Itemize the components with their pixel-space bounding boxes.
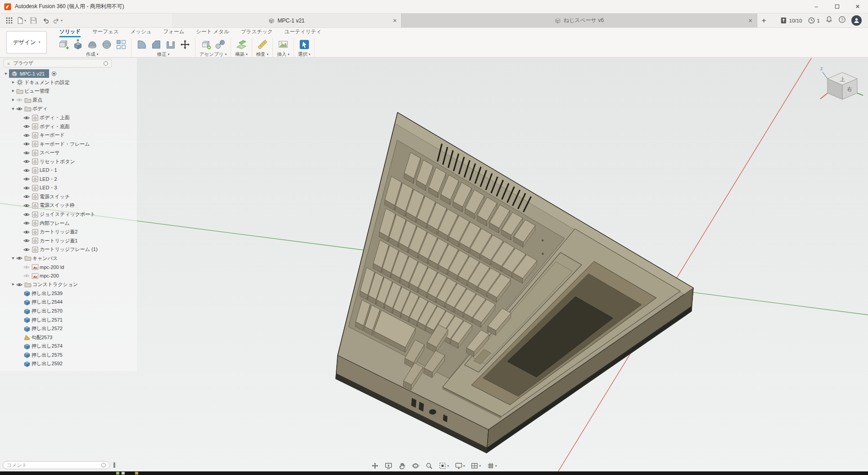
pan-hand-icon[interactable]: [398, 462, 406, 470]
browser-item-1[interactable]: ドキュメントの設定: [0, 78, 137, 87]
visibility-eye-icon[interactable]: [16, 107, 24, 111]
grid-settings-icon[interactable]: ▾: [487, 462, 497, 470]
browser-item-20[interactable]: カートリッジフレーム (1): [0, 245, 137, 254]
save-icon[interactable]: [28, 15, 39, 27]
new-document-tab-button[interactable]: +: [757, 13, 771, 27]
view-cube[interactable]: Z 上 右: [817, 63, 863, 108]
browser-item-30[interactable]: 勾配2573: [0, 333, 137, 342]
ribbon-group-label[interactable]: 構築▾: [235, 51, 248, 58]
visibility-eye-icon[interactable]: [23, 230, 32, 234]
ribbon-tab-4[interactable]: シート メタル: [196, 28, 230, 37]
browser-item-19[interactable]: カートリッジ蓋1: [0, 236, 137, 245]
help-icon[interactable]: ?: [838, 16, 846, 25]
expander-icon[interactable]: [11, 89, 16, 94]
browser-item-11[interactable]: LED・1: [0, 166, 137, 175]
browser-item-12[interactable]: LED・2: [0, 175, 137, 184]
visibility-eye-icon[interactable]: [23, 203, 32, 208]
visibility-eye-icon[interactable]: [23, 186, 32, 190]
ribbon-tab-3[interactable]: フォーム: [163, 28, 185, 37]
browser-item-18[interactable]: カートリッジ蓋2: [0, 228, 137, 237]
fillet-icon[interactable]: [136, 38, 148, 50]
visibility-eye-icon[interactable]: [23, 194, 32, 199]
visibility-eye-icon[interactable]: [23, 273, 32, 278]
browser-item-29[interactable]: 押し出し2572: [0, 324, 137, 333]
ribbon-group-label[interactable]: アセンブリ▾: [199, 51, 226, 58]
visibility-eye-icon[interactable]: [23, 247, 32, 252]
browser-panel-header[interactable]: « ブラウザ: [4, 59, 112, 67]
close-tab-icon[interactable]: ✕: [748, 18, 753, 24]
viewport[interactable]: « ブラウザ MPC-1 v21ドキュメントの設定ビュー管理原点ボディボディ・上…: [0, 58, 868, 471]
browser-item-13[interactable]: LED・3: [0, 184, 137, 193]
ribbon-tab-5[interactable]: プラスチック: [241, 28, 273, 37]
browser-item-15[interactable]: 電源スイッチ枠: [0, 201, 137, 210]
undo-icon[interactable]: [40, 15, 51, 27]
ribbon-group-label[interactable]: 作成▾: [86, 51, 99, 58]
visibility-eye-icon[interactable]: [16, 256, 24, 260]
mpc1-3d-model[interactable]: [336, 112, 693, 453]
browser-item-31[interactable]: 押し出し2574: [0, 342, 137, 351]
ribbon-tab-2[interactable]: メッシュ: [131, 28, 152, 37]
select-icon[interactable]: [298, 38, 310, 50]
ribbon-tab-6[interactable]: ユーティリティ: [285, 28, 321, 37]
notifications-bell-icon[interactable]: [825, 16, 833, 25]
comment-bar-grip[interactable]: [113, 462, 115, 468]
browser-item-9[interactable]: スペーサ: [0, 148, 137, 157]
browser-root-item[interactable]: MPC-1 v21: [0, 69, 137, 78]
ribbon-group-label[interactable]: 挿入▾: [277, 51, 289, 58]
browser-item-27[interactable]: 押し出し2570: [0, 307, 137, 316]
ribbon-tab-1[interactable]: サーフェス: [92, 28, 119, 37]
browser-item-8[interactable]: キーボード・フレーム: [0, 139, 137, 148]
fit-view-icon[interactable]: ▾: [439, 462, 449, 470]
ribbon-group-label[interactable]: 修正▾: [157, 51, 170, 58]
job-status-button[interactable]: 10/10: [780, 17, 802, 24]
redo-icon[interactable]: ▾: [52, 15, 63, 27]
visibility-eye-icon[interactable]: [23, 133, 32, 138]
close-button[interactable]: ✕: [847, 0, 868, 13]
measure-icon[interactable]: [256, 38, 268, 50]
chamfer-icon[interactable]: [150, 38, 162, 50]
expander-icon[interactable]: [11, 255, 16, 261]
maximize-button[interactable]: [827, 0, 847, 13]
viewports-icon[interactable]: ▾: [471, 462, 481, 470]
orbit-icon[interactable]: [411, 462, 419, 470]
visibility-eye-icon[interactable]: [23, 151, 32, 155]
document-tab-1[interactable]: ねじスペーサ v6✕: [402, 13, 757, 27]
browser-item-26[interactable]: 押し出し2544: [0, 298, 137, 307]
visibility-eye-icon[interactable]: [23, 177, 32, 181]
minimize-button[interactable]: –: [806, 0, 827, 13]
visibility-eye-icon[interactable]: [23, 159, 32, 164]
sphere-icon[interactable]: [100, 38, 113, 50]
display-settings-icon[interactable]: ▾: [455, 462, 465, 470]
browser-item-4[interactable]: ボディ: [0, 104, 137, 113]
version-status-button[interactable]: 1: [808, 17, 820, 24]
browser-item-28[interactable]: 押し出し2571: [0, 315, 137, 324]
visibility-eye-icon[interactable]: [23, 212, 32, 217]
browser-item-3[interactable]: 原点: [0, 96, 137, 105]
activate-component-radio[interactable]: [52, 72, 56, 76]
browser-item-33[interactable]: 押し出し2592: [0, 359, 137, 368]
browser-item-7[interactable]: キーボード: [0, 131, 137, 140]
visibility-eye-icon[interactable]: [16, 282, 24, 287]
browser-item-14[interactable]: 電源スイッチ: [0, 193, 137, 202]
visibility-eye-icon[interactable]: [23, 124, 32, 129]
browser-item-23[interactable]: mpc-200: [0, 272, 137, 281]
insert-canvas-icon[interactable]: [277, 38, 289, 50]
expander-icon[interactable]: [11, 80, 16, 85]
expander-icon[interactable]: [11, 97, 16, 103]
expander-icon[interactable]: [11, 282, 16, 287]
browser-item-16[interactable]: ジョイスティックポート: [0, 210, 137, 219]
design-menu-button[interactable]: デザイン ▾: [6, 31, 47, 54]
browser-item-5[interactable]: ボディ・上面: [0, 113, 137, 122]
browser-item-6[interactable]: ボディ・底面: [0, 122, 137, 131]
browser-item-21[interactable]: キャンバス: [0, 254, 137, 263]
expander-icon[interactable]: [11, 106, 16, 112]
browser-item-25[interactable]: 押し出し2539: [0, 289, 137, 298]
panel-options-icon[interactable]: [104, 61, 108, 66]
browser-item-2[interactable]: ビュー管理: [0, 87, 137, 96]
pan-move-icon[interactable]: [371, 462, 379, 470]
visibility-eye-icon[interactable]: [23, 238, 32, 243]
expander-icon[interactable]: [4, 71, 9, 76]
visibility-eye-icon[interactable]: [23, 168, 32, 173]
move-icon[interactable]: [179, 38, 191, 50]
file-menu-icon[interactable]: ▾: [16, 15, 27, 27]
